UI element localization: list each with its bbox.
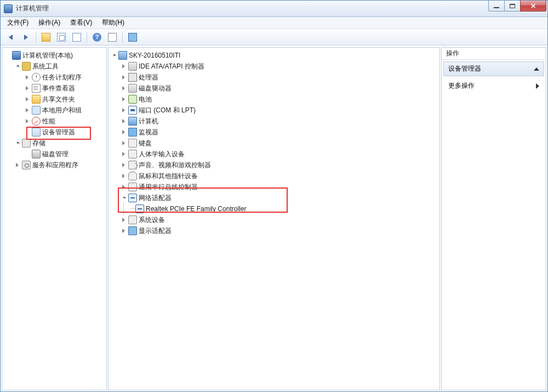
left-panel: 计算机管理(本地) 系统工具 任务计划程序 — [2, 47, 107, 390]
expander-icon[interactable] — [121, 173, 127, 179]
dev-battery[interactable]: 电池 — [121, 94, 438, 105]
up-button[interactable] — [39, 31, 53, 44]
expander-icon[interactable] — [121, 151, 127, 157]
expander-icon[interactable] — [24, 118, 30, 124]
expander-icon[interactable] — [14, 64, 20, 70]
tree-services-apps[interactable]: 服务和应用程序 — [14, 160, 105, 171]
port-icon — [128, 106, 137, 115]
forward-button[interactable] — [19, 31, 32, 44]
arrow-right-icon — [24, 35, 28, 40]
service-icon — [22, 161, 31, 169]
expander-icon[interactable] — [121, 129, 127, 135]
dev-keyboard[interactable]: 键盘 — [121, 138, 438, 149]
chevron-up-icon — [534, 67, 539, 71]
list-icon — [72, 33, 81, 42]
center-panel: SKY-20160510ITI IDE ATA/ATAPI 控制器 处理器 磁盘… — [108, 47, 440, 390]
expander-icon[interactable] — [24, 75, 30, 81]
dev-mouse[interactable]: 鼠标和其他指针设备 — [121, 171, 438, 181]
expander-icon[interactable] — [121, 107, 127, 113]
storage-icon — [22, 139, 31, 147]
dev-network[interactable]: 网络适配器 — [121, 192, 438, 203]
list-button[interactable] — [70, 31, 83, 44]
properties-button[interactable] — [106, 31, 119, 44]
toolbar-separator — [87, 32, 87, 43]
main-area: 计算机管理(本地) 系统工具 任务计划程序 — [1, 46, 547, 391]
expander-icon[interactable] — [121, 195, 127, 201]
dev-network-device[interactable]: Realtek PCIe FE Family Controller — [134, 203, 438, 214]
right-item-more-ops[interactable]: 更多操作 — [442, 78, 546, 94]
hid-icon — [128, 150, 137, 158]
tree-root[interactable]: 计算机管理(本地) — [4, 50, 105, 61]
dev-computer[interactable]: SKY-20160510ITI — [111, 50, 438, 61]
menu-file[interactable]: 文件(F) — [3, 17, 33, 29]
expander-icon[interactable] — [121, 140, 127, 146]
expander-icon[interactable] — [121, 228, 127, 234]
dev-processor[interactable]: 处理器 — [121, 72, 438, 83]
right-section-device-manager[interactable]: 设备管理器 — [443, 61, 544, 76]
help-icon: ? — [93, 33, 101, 42]
expander-icon[interactable] — [121, 86, 127, 92]
menu-action[interactable]: 操作(A) — [34, 17, 65, 29]
tree-local-users[interactable]: 本地用户和组 — [24, 105, 105, 116]
expander-icon[interactable] — [121, 75, 127, 81]
expander-icon[interactable] — [121, 118, 127, 124]
performance-icon — [32, 117, 41, 126]
close-button[interactable]: ✕ — [520, 1, 546, 12]
expander-icon[interactable] — [121, 162, 127, 168]
tree-system-tools[interactable]: 系统工具 — [14, 61, 105, 72]
dev-hid[interactable]: 人体学输入设备 — [121, 149, 438, 160]
expander-icon[interactable] — [24, 86, 30, 92]
window-title: 计算机管理 — [16, 4, 49, 13]
maximize-button[interactable] — [504, 1, 521, 12]
dev-disk[interactable]: 磁盘驱动器 — [121, 83, 438, 94]
help-button[interactable]: ? — [90, 31, 104, 44]
dev-audio[interactable]: 声音、视频和游戏控制器 — [121, 160, 438, 171]
computer-icon — [12, 51, 21, 60]
users-icon — [32, 106, 41, 115]
mouse-icon — [128, 172, 137, 180]
expander-icon[interactable] — [24, 96, 30, 103]
network-icon — [128, 194, 137, 202]
clock-icon — [32, 73, 41, 82]
dev-monitors[interactable]: 监视器 — [121, 127, 438, 138]
dev-system[interactable]: 系统设备 — [121, 214, 438, 225]
dev-computers[interactable]: 计算机 — [121, 116, 438, 127]
expander-icon[interactable] — [121, 64, 127, 70]
tree-shared-folders[interactable]: 共享文件夹 — [24, 94, 105, 105]
tree-task-scheduler[interactable]: 任务计划程序 — [24, 72, 105, 83]
properties-icon — [108, 33, 117, 42]
network-adapter-icon — [135, 204, 144, 213]
dev-usb[interactable]: 通用串行总线控制器 — [121, 181, 438, 192]
toolbar-separator — [36, 32, 36, 43]
expander-icon[interactable] — [121, 96, 127, 103]
tree-device-manager[interactable]: 设备管理器 — [24, 127, 105, 138]
minimize-button[interactable] — [488, 1, 505, 12]
window: 计算机管理 ✕ 文件(F) 操作(A) 查看(V) 帮助(H) ? — [0, 0, 548, 392]
dev-display[interactable]: 显示适配器 — [121, 225, 438, 236]
maximize-icon — [510, 4, 515, 8]
dev-ide[interactable]: IDE ATA/ATAPI 控制器 — [121, 61, 438, 72]
expander-icon[interactable] — [24, 107, 30, 113]
menu-help[interactable]: 帮助(H) — [98, 17, 129, 29]
tree-storage[interactable]: 存储 — [14, 138, 105, 149]
titlebar: 计算机管理 ✕ — [1, 1, 547, 17]
arrow-left-icon — [9, 35, 13, 40]
menu-view[interactable]: 查看(V) — [66, 17, 96, 29]
right-panel: 操作 设备管理器 更多操作 — [441, 47, 546, 390]
tree-disk-management[interactable]: 磁盘管理 — [24, 149, 105, 160]
tree-performance[interactable]: 性能 — [24, 116, 105, 127]
tree-event-viewer[interactable]: 事件查看器 — [24, 83, 105, 94]
monitor-button[interactable] — [126, 31, 139, 44]
back-button[interactable] — [4, 31, 17, 44]
monitor-icon — [128, 128, 137, 137]
dev-ports[interactable]: 端口 (COM 和 LPT) — [121, 105, 438, 116]
grid-button[interactable] — [55, 31, 68, 44]
folder-up-icon — [42, 33, 50, 42]
minimize-icon — [494, 7, 499, 8]
expander-icon[interactable] — [14, 140, 20, 146]
expander-icon[interactable] — [111, 53, 117, 59]
expander-icon[interactable] — [14, 162, 20, 168]
toolbar: ? — [1, 29, 547, 46]
expander-icon[interactable] — [121, 184, 127, 190]
expander-icon[interactable] — [121, 217, 127, 223]
